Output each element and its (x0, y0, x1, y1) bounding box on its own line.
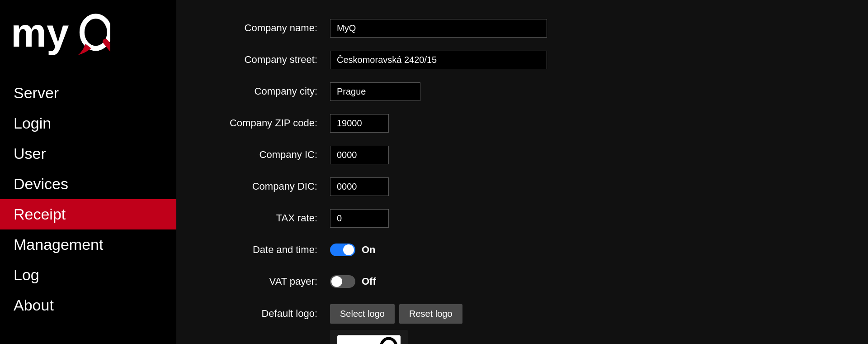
company-zip-input[interactable] (330, 114, 389, 133)
nav-list: Server Login User Devices Receipt Manage… (0, 78, 176, 320)
logo-btn-group: Select logo Reset logo (330, 304, 462, 324)
date-time-toggle-thumb (343, 244, 354, 255)
vat-payer-toggle-thumb (331, 276, 342, 287)
company-dic-input[interactable] (330, 177, 389, 196)
company-zip-row: Company ZIP code: (203, 111, 841, 135)
vat-payer-toggle-container: Off (330, 275, 376, 288)
company-street-row: Company street: (203, 48, 841, 72)
company-city-row: Company city: (203, 80, 841, 103)
date-time-row: Date and time: On (203, 238, 841, 262)
sidebar-item-management[interactable]: Management (0, 229, 176, 260)
svg-text:my: my (339, 337, 369, 344)
reset-logo-button[interactable]: Reset logo (399, 304, 462, 324)
company-name-input[interactable] (330, 19, 547, 38)
logo-preview: my (330, 330, 408, 344)
sidebar-item-receipt[interactable]: Receipt (0, 199, 176, 229)
company-ic-label: Company IC: (203, 149, 330, 161)
sidebar-item-devices[interactable]: Devices (0, 169, 176, 199)
default-logo-label: Default logo: (203, 304, 330, 320)
date-time-label: Date and time: (203, 244, 330, 256)
company-ic-row: Company IC: (203, 143, 841, 167)
company-city-input[interactable] (330, 82, 420, 101)
default-logo-row: Default logo: Select logo Reset logo my (203, 301, 841, 344)
default-logo-controls: Select logo Reset logo my (330, 304, 462, 344)
company-zip-label: Company ZIP code: (203, 117, 330, 129)
logo-preview-svg: my (337, 334, 401, 344)
vat-payer-toggle-label: Off (362, 276, 376, 287)
vat-payer-label: VAT payer: (203, 276, 330, 287)
company-ic-input[interactable] (330, 146, 389, 164)
sidebar-item-user[interactable]: User (0, 139, 176, 169)
date-time-toggle[interactable] (330, 244, 355, 256)
date-time-toggle-container: On (330, 244, 376, 256)
tax-rate-label: TAX rate: (203, 212, 330, 224)
sidebar-item-log[interactable]: Log (0, 260, 176, 290)
sidebar: my Server Login User Devices Receipt Man… (0, 0, 176, 344)
company-name-row: Company name: (203, 16, 841, 40)
date-time-toggle-label: On (362, 244, 376, 256)
svg-line-2 (105, 42, 110, 52)
select-logo-button[interactable]: Select logo (330, 304, 395, 324)
company-street-label: Company street: (203, 54, 330, 66)
vat-payer-row: VAT payer: Off (203, 270, 841, 293)
vat-payer-toggle[interactable] (330, 275, 355, 288)
sidebar-item-login[interactable]: Login (0, 108, 176, 139)
app-logo: my (11, 8, 110, 58)
main-content: Company name: Company street: Company ci… (176, 0, 868, 344)
logo-area: my (0, 0, 176, 73)
company-dic-label: Company DIC: (203, 181, 330, 192)
tax-rate-input[interactable] (330, 209, 389, 228)
tax-rate-row: TAX rate: (203, 206, 841, 230)
company-city-label: Company city: (203, 86, 330, 97)
company-street-input[interactable] (330, 51, 547, 69)
sidebar-item-about[interactable]: About (0, 290, 176, 320)
sidebar-item-server[interactable]: Server (0, 78, 176, 108)
company-dic-row: Company DIC: (203, 175, 841, 198)
company-name-label: Company name: (203, 22, 330, 34)
svg-text:my: my (11, 10, 69, 55)
